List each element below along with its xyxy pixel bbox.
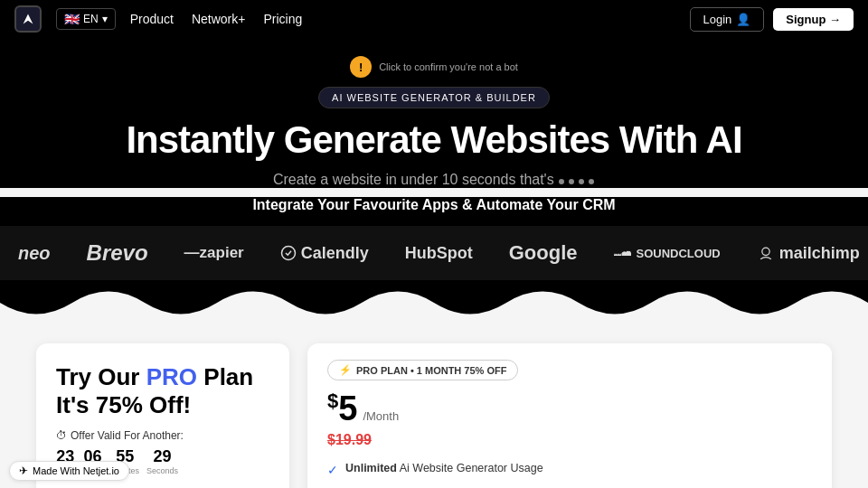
captcha-bar: ! Click to confirm you're not a bot bbox=[18, 56, 850, 78]
svg-point-1 bbox=[281, 247, 295, 260]
timer-icon: ⏱ bbox=[56, 429, 67, 442]
nav-links: Product Network+ Pricing bbox=[130, 12, 690, 26]
captcha-text: Click to confirm you're not a bot bbox=[379, 61, 518, 72]
made-with-badge: ✈ Made With Netjet.io bbox=[9, 461, 129, 481]
check-icon: ✓ bbox=[327, 462, 338, 480]
logo[interactable] bbox=[14, 5, 42, 33]
nav-right: Login 👤 Signup → bbox=[690, 7, 854, 32]
logos-strip: neo Brevo —zapier Calendly HubSpot Googl… bbox=[0, 226, 868, 280]
logo-mailchimp: mailchimp bbox=[757, 244, 860, 263]
chevron-down-icon: ▾ bbox=[102, 13, 108, 25]
bottom-section: Try Our PRO Plan It's 75% Off! ⏱ Offer V… bbox=[0, 325, 868, 488]
pro-label: PRO bbox=[146, 363, 197, 390]
lang-label: EN bbox=[83, 13, 99, 25]
pricing-card: ⚡ PRO PLAN • 1 MONTH 75% OFF $5 /Month $… bbox=[307, 343, 832, 488]
svg-point-2 bbox=[762, 248, 769, 255]
nav-pricing[interactable]: Pricing bbox=[263, 12, 302, 26]
hero-title: Instantly Generate Websites With AI bbox=[18, 119, 850, 161]
nav-product[interactable]: Product bbox=[130, 12, 174, 26]
logos-track: neo Brevo —zapier Calendly HubSpot Googl… bbox=[0, 240, 868, 266]
feature-item: ✓ Unlimited Ai Website Generator Usage bbox=[327, 461, 812, 480]
login-button[interactable]: Login 👤 bbox=[690, 7, 765, 32]
offer-valid: ⏱ Offer Valid For Another: bbox=[56, 429, 269, 442]
language-selector[interactable]: 🇬🇧 EN ▾ bbox=[56, 8, 116, 30]
logo-google: Google bbox=[509, 241, 578, 265]
nav-network[interactable]: Network+ bbox=[192, 12, 246, 26]
pro-badge: ⚡ PRO PLAN • 1 MONTH 75% OFF bbox=[327, 360, 518, 380]
svg-marker-0 bbox=[24, 14, 33, 24]
seconds-unit: 29 Seconds bbox=[146, 447, 178, 475]
promo-title: Try Our PRO Plan It's 75% Off! bbox=[56, 363, 269, 419]
logo-calendly: Calendly bbox=[280, 244, 369, 263]
price-main: $5 bbox=[327, 389, 357, 428]
integrations-title: Integrate Your Favourite Apps & Automate… bbox=[0, 197, 868, 213]
netjet-icon: ✈ bbox=[19, 465, 28, 477]
navbar: 🇬🇧 EN ▾ Product Network+ Pricing Login 👤… bbox=[0, 0, 868, 38]
signup-button[interactable]: Signup → bbox=[773, 8, 854, 31]
hero-section: ! Click to confirm you're not a bot AI W… bbox=[0, 38, 868, 188]
logo-neo: neo bbox=[18, 243, 51, 264]
user-icon: 👤 bbox=[736, 13, 750, 26]
logo-brevo: Brevo bbox=[87, 240, 148, 266]
flag-icon: 🇬🇧 bbox=[64, 12, 80, 26]
dots-indicator bbox=[558, 179, 595, 184]
hero-subtitle: Create a website in under 10 seconds tha… bbox=[18, 172, 850, 188]
old-price: $19.99 bbox=[327, 432, 812, 448]
wave-divider bbox=[0, 280, 868, 325]
badge-text: PRO PLAN • 1 MONTH 75% OFF bbox=[356, 365, 506, 376]
badge-icon: ⚡ bbox=[339, 364, 352, 376]
features-list: ✓ Unlimited Ai Website Generator Usage ✓… bbox=[327, 461, 812, 488]
integrations-section: Integrate Your Favourite Apps & Automate… bbox=[0, 197, 868, 280]
price-period: /Month bbox=[363, 409, 399, 423]
logo-hubspot: HubSpot bbox=[405, 244, 473, 263]
price-row: $5 /Month bbox=[327, 389, 812, 428]
logo-soundcloud: SOUNDCLOUD bbox=[614, 247, 721, 260]
captcha-icon: ! bbox=[350, 56, 372, 78]
made-with-text: Made With Netjet.io bbox=[33, 465, 119, 476]
logo-zapier: —zapier bbox=[184, 244, 244, 262]
ai-badge: AI WEBSITE GENERATOR & BUILDER bbox=[318, 87, 550, 108]
